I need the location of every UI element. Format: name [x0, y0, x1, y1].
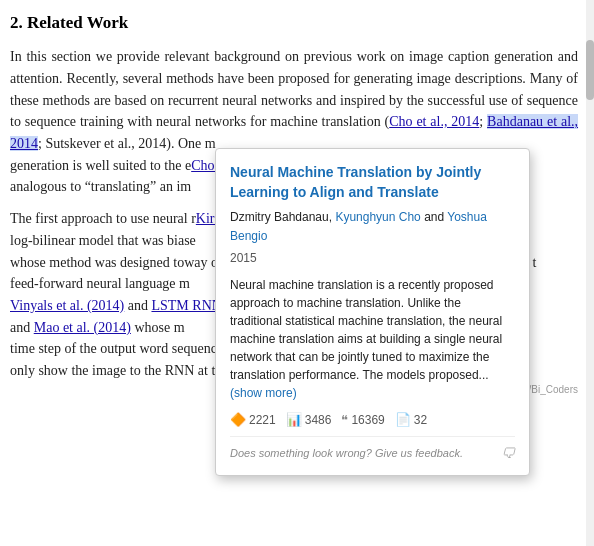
scrollbar-thumb[interactable]: [586, 40, 594, 100]
quotes-icon: ❝: [341, 410, 348, 430]
p2c-text: whose method was designed to: [10, 255, 184, 270]
p1-sep: ;: [479, 114, 487, 129]
show-more-link[interactable]: (show more): [230, 386, 297, 400]
citations-value: 2221: [249, 411, 276, 430]
stat-bar: 📊 3486: [286, 410, 332, 430]
tooltip-title[interactable]: Neural Machine Translation by Jointly Le…: [230, 163, 515, 202]
p2e-text: and: [10, 320, 34, 335]
stat-quotes: ❝ 16369: [341, 410, 384, 430]
p1c-text: analogous to “translating” an im: [10, 179, 191, 194]
tooltip-year: 2015: [230, 249, 515, 268]
stat-citations: 🔶 2221: [230, 410, 276, 430]
section-heading: 2. Related Work: [10, 10, 578, 36]
main-content: 2. Related Work In this section we provi…: [0, 0, 594, 402]
refs-value: 32: [414, 411, 427, 430]
author-prefix: Dzmitry Bahdanau,: [230, 210, 335, 224]
abstract-text: Neural machine translation is a recently…: [230, 278, 502, 382]
refs-icon: 📄: [395, 410, 411, 430]
stat-refs: 📄 32: [395, 410, 427, 430]
feedback-icon[interactable]: 🗨: [501, 443, 515, 465]
p2b-text: log-bilinear model that was biase: [10, 233, 196, 248]
quotes-value: 16369: [351, 411, 384, 430]
tooltip-feedback: Does something look wrong? Give us feedb…: [230, 436, 515, 465]
tooltip-stats: 🔶 2221 📊 3486 ❝ 16369 📄 32: [230, 410, 515, 430]
bar-value: 3486: [305, 411, 332, 430]
author-mid: and: [421, 210, 447, 224]
citations-icon: 🔶: [230, 410, 246, 430]
scrollbar[interactable]: [586, 0, 594, 546]
p1b-text: generation is well suited to the e: [10, 158, 191, 173]
p2d-link1[interactable]: Vinyals et al. (2014): [10, 298, 124, 313]
p1-link1[interactable]: Cho et al., 2014: [389, 114, 479, 129]
author2-link[interactable]: Kyunghyun Cho: [335, 210, 420, 224]
p2e-link[interactable]: Mao et al. (2014): [34, 320, 131, 335]
citation-tooltip: Neural Machine Translation by Jointly Le…: [215, 148, 530, 476]
p2d-text: feed-forward neural language m: [10, 276, 190, 291]
tooltip-authors: Dzmitry Bahdanau, Kyunghyun Cho and Yosh…: [230, 208, 515, 245]
p1-end: ; Sutskever et al., 2014). One m: [38, 136, 216, 151]
bar-icon: 📊: [286, 410, 302, 430]
p2-text-start: The first approach to use neural r: [10, 211, 196, 226]
p2f-text: time step of the output word sequence,: [10, 341, 230, 356]
feedback-text[interactable]: Does something look wrong? Give us feedb…: [230, 445, 463, 462]
p2e-end: whose m: [131, 320, 185, 335]
tooltip-abstract: Neural machine translation is a recently…: [230, 276, 515, 402]
p2d-end1: and: [124, 298, 151, 313]
